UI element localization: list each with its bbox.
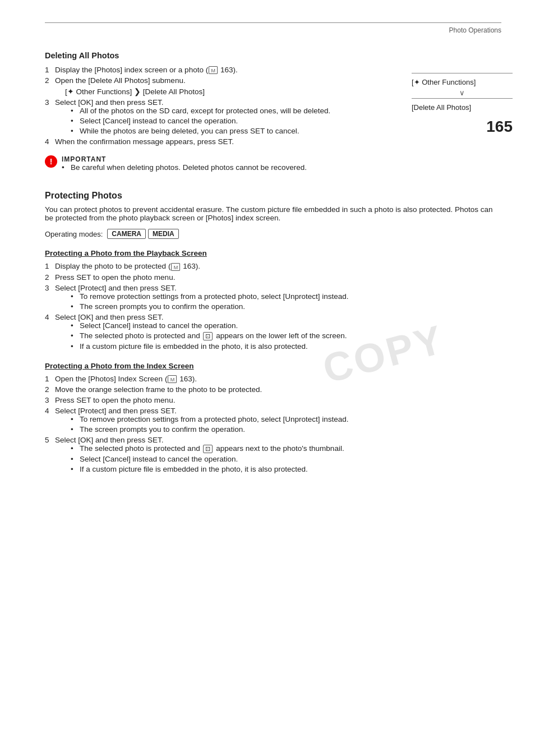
operating-modes-label: Operating modes: [45,230,103,238]
pb-step-1: 1 Display the photo to be protected (M 1… [45,262,501,270]
top-border [45,22,501,23]
media-mode-badge: MEDIA [148,229,179,239]
step-1: 1 Display the [Photos] index screen or a… [45,66,501,74]
operating-modes: Operating modes: CAMERA MEDIA [45,229,501,239]
from-index-subsection: Protecting a Photo from the Index Screen… [45,362,501,473]
step-4: 4 When the confirmation message appears,… [45,137,501,146]
from-playback-subsection: Protecting a Photo from the Playback Scr… [45,249,501,350]
deleting-all-photos-section: Deleting All Photos 1 Display the [Photo… [45,51,501,174]
protecting-photos-title: Protecting Photos [45,191,501,201]
pb-bullet-3-2: The screen prompts you to confirm the op… [71,302,501,311]
book-icon-idx1: M [168,375,177,383]
camera-mode-badge: CAMERA [107,229,146,239]
protecting-photos-section: Protecting Photos You can protect photos… [45,191,501,473]
important-icon: ! [45,155,57,168]
pb-step-2: 2 Press SET to open the photo menu. [45,273,501,282]
idx-bullet-5-3: If a custom picture file is embedded in … [71,465,501,473]
protecting-photos-intro: You can protect photos to prevent accide… [45,205,501,222]
idx-bullet-4-2: The screen prompts you to confirm the op… [71,425,501,434]
protect-icon-2: ⊡ [203,445,213,453]
deleting-all-photos-title: Deleting All Photos [45,51,501,60]
pb-bullet-4-3: If a custom picture file is embedded in … [71,342,501,351]
bullet-3-2: Select [Cancel] instead to cancel the op… [71,117,501,125]
pb-step-3-bullets: To remove protection settings from a pro… [71,292,501,311]
pb-step-4-bullets: Select [Cancel] instead to cancel the op… [71,321,501,351]
bullet-3-3: While the photos are being deleted, you … [71,127,501,135]
idx-bullet-5-2: Select [Cancel] instead to cancel the op… [71,455,501,463]
idx-step-3: 3 Press SET to open the photo menu. [45,396,501,404]
from-playback-title: Protecting a Photo from the Playback Scr… [45,249,501,257]
section-label: Photo Operations [449,26,501,34]
idx-step-5: 5 Select [OK] and then press SET. The se… [45,436,501,473]
book-icon-1: M [209,66,218,74]
from-index-title: Protecting a Photo from the Index Screen [45,362,501,370]
important-bullets: Be careful when deleting photos. Deleted… [62,163,307,172]
idx-step-2: 2 Move the orange selection frame to the… [45,385,501,394]
idx-bullet-5-1: The selected photo is protected and ⊡ ap… [71,444,501,453]
from-index-steps: 1 Open the [Photos] Index Screen (M 163)… [45,375,501,473]
step-2: 2 Open the [Delete All Photos] submenu. [45,76,501,85]
pb-bullet-3-1: To remove protection settings from a pro… [71,292,501,301]
page: Photo Operations [✦ Other Functions] ∨ [… [0,0,535,756]
idx-step-4: 4 Select [Protect] and then press SET. T… [45,407,501,434]
pb-step-3: 3 Select [Protect] and then press SET. T… [45,284,501,311]
important-box: ! IMPORTANT Be careful when deleting pho… [45,155,501,174]
step-2b: [✦ Other Functions] ❯ [Delete All Photos… [55,87,501,96]
deleting-steps-list: 1 Display the [Photos] index screen or a… [45,66,501,146]
important-content: IMPORTANT Be careful when deleting photo… [62,155,307,174]
bullet-3-1: All of the photos on the SD card, except… [71,107,501,115]
pb-bullet-4-2: The selected photo is protected and ⊡ ap… [71,331,501,340]
pb-bullet-4-1: Select [Cancel] instead to cancel the op… [71,321,501,330]
from-playback-steps: 1 Display the photo to be protected (M 1… [45,262,501,350]
step-3-bullets: All of the photos on the SD card, except… [71,107,501,135]
idx-step-4-bullets: To remove protection settings from a pro… [71,415,501,434]
important-label: IMPORTANT [62,155,106,163]
step-3: 3 Select [OK] and then press SET. All of… [45,98,501,135]
idx-bullet-4-1: To remove protection settings from a pro… [71,415,501,423]
idx-step-5-bullets: The selected photo is protected and ⊡ ap… [71,444,501,473]
pb-step-4: 4 Select [OK] and then press SET. Select… [45,313,501,351]
page-header: Photo Operations [45,26,501,34]
protect-icon-1: ⊡ [203,332,213,340]
book-icon-pb1: M [171,263,180,271]
idx-step-1: 1 Open the [Photos] Index Screen (M 163)… [45,375,501,383]
important-bullet-1: Be careful when deleting photos. Deleted… [62,163,307,172]
